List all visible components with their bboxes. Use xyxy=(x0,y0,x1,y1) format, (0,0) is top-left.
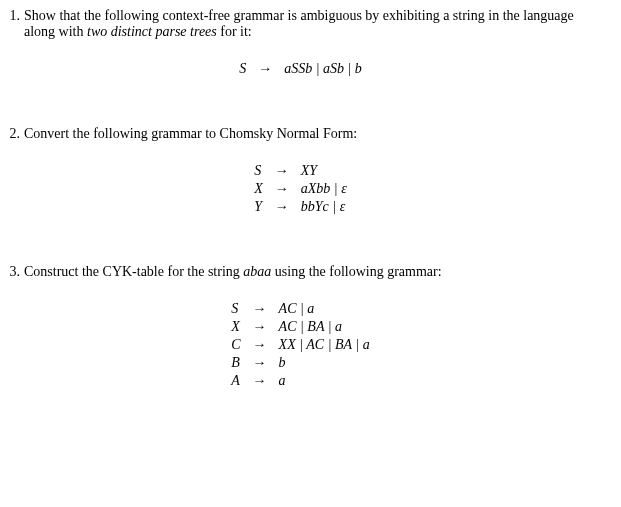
grammar-rhs: XX | AC | BA | a xyxy=(273,336,376,354)
problem-2-text-p1: Convert the following grammar to Chomsky… xyxy=(24,126,357,141)
grammar-lhs: A xyxy=(225,372,246,390)
problem-3-num: 3. xyxy=(0,264,20,280)
grammar-lhs: Y xyxy=(248,198,269,216)
grammar-lhs: S xyxy=(233,60,252,78)
problem-1-grammar: S → aSSb | aSb | b xyxy=(0,60,601,78)
grammar-arrow: → xyxy=(269,180,295,198)
problem-3: 3. Construct the CYK-table for the strin… xyxy=(0,264,601,390)
grammar-lhs: S xyxy=(225,300,246,318)
problem-2: 2. Convert the following grammar to Chom… xyxy=(0,126,601,216)
grammar-lhs: B xyxy=(225,354,246,372)
grammar-arrow: → xyxy=(247,300,273,318)
grammar-lhs: S xyxy=(248,162,269,180)
grammar-rhs: aSSb | aSb | b xyxy=(278,60,368,78)
grammar-arrow: → xyxy=(252,60,278,78)
problem-3-grammar: S → AC | a X → AC | BA | a C → XX | AC |… xyxy=(0,300,601,390)
problem-3-text: Construct the CYK-table for the string a… xyxy=(24,264,601,280)
grammar-row: A → a xyxy=(225,372,375,390)
problem-3-header: 3. Construct the CYK-table for the strin… xyxy=(0,264,601,280)
problem-1-text-italic: two distinct parse trees xyxy=(87,24,217,39)
problem-2-num: 2. xyxy=(0,126,20,142)
problem-1-header: 1. Show that the following context-free … xyxy=(0,8,601,40)
problem-1-text: Show that the following context-free gra… xyxy=(24,8,601,40)
grammar-rhs: AC | a xyxy=(273,300,376,318)
grammar-rhs: a xyxy=(273,372,376,390)
grammar-table-1: S → aSSb | aSb | b xyxy=(233,60,368,78)
problem-3-text-italic: abaa xyxy=(243,264,271,279)
grammar-lhs: X xyxy=(248,180,269,198)
grammar-arrow: → xyxy=(269,162,295,180)
grammar-table-2: S → XY X → aXbb | ε Y → bbYc | ε xyxy=(248,162,352,216)
grammar-row: S → AC | a xyxy=(225,300,375,318)
grammar-table-3: S → AC | a X → AC | BA | a C → XX | AC |… xyxy=(225,300,375,390)
problem-1-text-p3: for it: xyxy=(217,24,252,39)
grammar-rhs: XY xyxy=(295,162,353,180)
grammar-row: X → aXbb | ε xyxy=(248,180,352,198)
grammar-arrow: → xyxy=(247,336,273,354)
grammar-arrow: → xyxy=(247,372,273,390)
grammar-row: S → XY xyxy=(248,162,352,180)
grammar-row: C → XX | AC | BA | a xyxy=(225,336,375,354)
problem-1: 1. Show that the following context-free … xyxy=(0,8,601,78)
grammar-row: X → AC | BA | a xyxy=(225,318,375,336)
grammar-row: B → b xyxy=(225,354,375,372)
grammar-arrow: → xyxy=(269,198,295,216)
grammar-lhs: X xyxy=(225,318,246,336)
grammar-arrow: → xyxy=(247,318,273,336)
grammar-row: Y → bbYc | ε xyxy=(248,198,352,216)
grammar-row: S → aSSb | aSb | b xyxy=(233,60,368,78)
problem-2-grammar: S → XY X → aXbb | ε Y → bbYc | ε xyxy=(0,162,601,216)
grammar-rhs: AC | BA | a xyxy=(273,318,376,336)
grammar-rhs: aXbb | ε xyxy=(295,180,353,198)
problem-2-text: Convert the following grammar to Chomsky… xyxy=(24,126,601,142)
problem-1-num: 1. xyxy=(0,8,20,24)
grammar-lhs: C xyxy=(225,336,246,354)
problem-2-header: 2. Convert the following grammar to Chom… xyxy=(0,126,601,142)
grammar-rhs: b xyxy=(273,354,376,372)
grammar-rhs: bbYc | ε xyxy=(295,198,353,216)
grammar-arrow: → xyxy=(247,354,273,372)
problem-3-text-p3: using the following grammar: xyxy=(271,264,441,279)
problem-3-text-p1: Construct the CYK-table for the string xyxy=(24,264,243,279)
